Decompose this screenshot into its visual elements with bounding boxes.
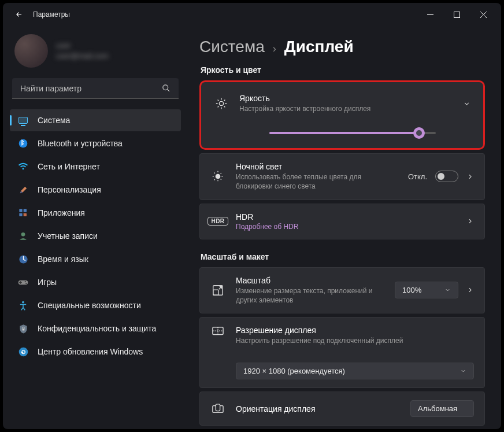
hdr-card[interactable]: HDR HDR Подробнее об HDR <box>199 204 485 239</box>
chevron-right-icon[interactable] <box>466 217 474 225</box>
search-icon <box>162 84 171 93</box>
night-light-title: Ночной свет <box>236 162 398 171</box>
chevron-down-icon <box>444 287 451 293</box>
svg-line-27 <box>224 106 225 108</box>
titlebar: Параметры <box>3 3 501 26</box>
svg-line-36 <box>221 179 222 180</box>
wifi-icon <box>18 161 28 172</box>
svg-rect-8 <box>19 209 22 212</box>
scale-icon <box>210 284 225 297</box>
breadcrumb: Система › Дисплей <box>199 38 485 56</box>
sidebar-item-label: Конфиденциальность и защита <box>38 324 156 333</box>
search-input[interactable] <box>20 84 162 93</box>
maximize-button[interactable] <box>443 3 470 26</box>
minimize-button[interactable] <box>417 3 443 26</box>
sidebar-item-label: Сеть и Интернет <box>38 162 100 171</box>
sidebar-item-label: Время и язык <box>38 254 88 264</box>
svg-rect-40 <box>213 290 218 295</box>
svg-line-28 <box>218 106 219 108</box>
sidebar: user user@mail.com Система Bluetooth и у… <box>3 26 188 429</box>
resolution-dropdown[interactable]: 1920 × 1080 (рекомендуется) <box>236 363 474 379</box>
sidebar-item-label: Центр обновления Windows <box>38 347 143 356</box>
breadcrumb-parent[interactable]: Система <box>199 38 265 56</box>
avatar <box>14 34 48 68</box>
svg-point-21 <box>219 101 223 105</box>
shield-icon <box>18 323 28 334</box>
brightness-text: Яркость Настройка яркости встроенного ди… <box>239 94 453 113</box>
main-content: Система › Дисплей Яркость и цвет Яркость… <box>188 26 501 429</box>
sidebar-item-time-language[interactable]: Время и язык <box>10 248 181 270</box>
nav: Система Bluetooth и устройства Сеть и Ин… <box>10 109 181 363</box>
slider-thumb[interactable] <box>413 127 425 139</box>
brightness-title: Яркость <box>239 94 453 103</box>
dropdown-value: 100% <box>402 286 421 294</box>
chevron-down-icon[interactable] <box>463 100 470 108</box>
sidebar-item-network[interactable]: Сеть и Интернет <box>10 156 181 178</box>
profile-text: user user@mail.com <box>56 40 109 61</box>
sidebar-item-privacy[interactable]: Конфиденциальность и защита <box>10 317 181 339</box>
window-title: Параметры <box>33 10 70 19</box>
sidebar-item-accounts[interactable]: Учетные записи <box>10 225 181 247</box>
chevron-right-icon[interactable] <box>466 173 474 180</box>
svg-line-35 <box>214 173 216 174</box>
sidebar-item-apps[interactable]: Приложения <box>10 202 181 224</box>
profile-block[interactable]: user user@mail.com <box>10 26 181 78</box>
orientation-icon <box>210 403 225 415</box>
sidebar-item-bluetooth[interactable]: Bluetooth и устройства <box>10 132 181 154</box>
sidebar-item-label: Система <box>38 116 70 125</box>
svg-point-12 <box>21 232 25 237</box>
scale-dropdown[interactable]: 100% <box>395 282 458 298</box>
resolution-card[interactable]: Разрешение дисплея Настроить разрешение … <box>199 317 485 388</box>
accessibility-icon <box>18 300 28 311</box>
scale-card[interactable]: Масштаб Изменение размера текста, прилож… <box>199 267 485 313</box>
resolution-title: Разрешение дисплея <box>236 326 474 335</box>
svg-line-5 <box>167 89 169 91</box>
sidebar-item-personalization[interactable]: Персонализация <box>10 179 181 201</box>
brightness-sub: Настройка яркости встроенного дисплея <box>239 104 453 113</box>
sidebar-item-gaming[interactable]: Игры <box>10 271 181 293</box>
orientation-card[interactable]: Ориентация дисплея Альбомная <box>199 392 485 426</box>
sidebar-item-label: Игры <box>38 278 57 287</box>
svg-line-26 <box>218 100 219 101</box>
svg-point-30 <box>216 175 220 179</box>
svg-rect-11 <box>24 213 27 216</box>
svg-line-29 <box>224 100 225 101</box>
svg-rect-19 <box>22 328 24 330</box>
night-light-card[interactable]: Ночной свет Использовать более теплые цв… <box>199 153 485 200</box>
resolution-icon <box>210 326 225 337</box>
page-title: Дисплей <box>284 38 354 56</box>
settings-window: Параметры user user@mail.com <box>3 3 501 429</box>
hdr-link[interactable]: Подробнее об HDR <box>236 223 456 231</box>
svg-point-16 <box>25 282 27 283</box>
sun-icon <box>214 97 229 110</box>
close-button[interactable] <box>470 3 496 26</box>
sidebar-item-label: Персонализация <box>38 185 101 194</box>
search-box[interactable] <box>12 78 179 99</box>
brightness-card[interactable]: Яркость Настройка яркости встроенного ди… <box>199 80 485 150</box>
dropdown-value: 1920 × 1080 (рекомендуется) <box>243 367 345 375</box>
svg-line-37 <box>214 179 216 180</box>
svg-point-17 <box>22 301 24 303</box>
hdr-text: HDR Подробнее об HDR <box>236 212 456 231</box>
svg-line-38 <box>221 173 222 174</box>
night-light-toggle[interactable] <box>435 171 458 182</box>
scale-sub: Изменение размера текста, приложений и д… <box>236 286 384 305</box>
brightness-slider[interactable] <box>214 132 470 134</box>
sidebar-item-accessibility[interactable]: Специальные возможности <box>10 294 181 316</box>
window-controls <box>417 3 496 26</box>
hdr-title: HDR <box>236 212 456 221</box>
apps-icon <box>18 208 28 218</box>
svg-point-15 <box>25 280 26 282</box>
sidebar-item-system[interactable]: Система <box>10 109 181 131</box>
chevron-right-icon[interactable] <box>466 286 474 294</box>
sidebar-item-windows-update[interactable]: Центр обновления Windows <box>10 341 181 363</box>
svg-rect-9 <box>24 209 27 212</box>
back-button[interactable] <box>8 3 31 26</box>
update-icon <box>18 346 28 357</box>
chevron-right-icon: › <box>273 43 276 55</box>
svg-point-20 <box>18 347 28 356</box>
orientation-dropdown[interactable]: Альбомная <box>410 400 474 417</box>
orientation-text: Ориентация дисплея <box>236 404 400 413</box>
orientation-title: Ориентация дисплея <box>236 404 400 413</box>
sidebar-item-label: Приложения <box>38 208 85 217</box>
